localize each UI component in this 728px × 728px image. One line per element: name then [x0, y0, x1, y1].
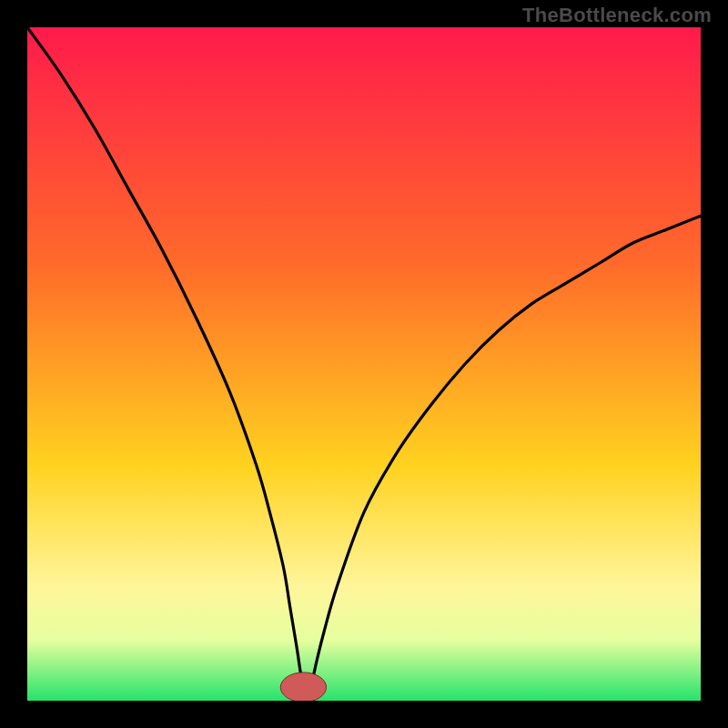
- chart-frame: TheBottleneck.com: [0, 0, 728, 728]
- bottleneck-chart: [27, 27, 701, 701]
- watermark-text: TheBottleneck.com: [522, 4, 712, 27]
- plot-area: [27, 27, 701, 701]
- optimum-marker: [280, 672, 326, 701]
- gradient-background: [27, 27, 701, 701]
